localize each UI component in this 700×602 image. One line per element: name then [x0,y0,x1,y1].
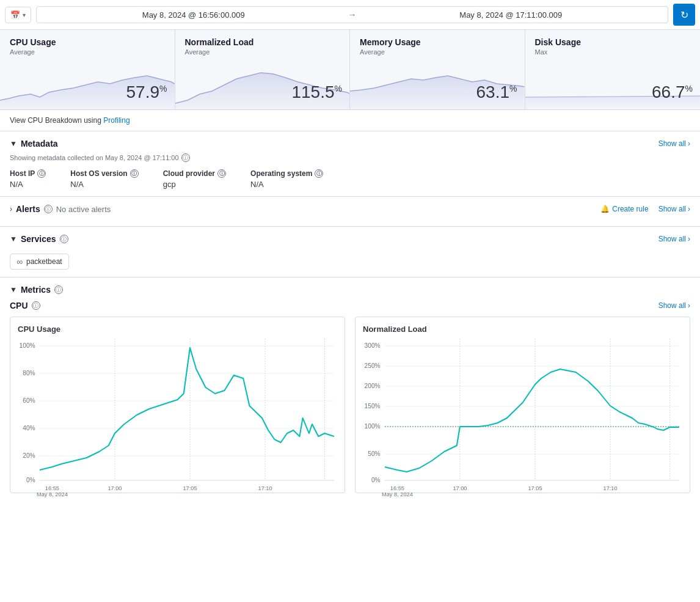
metric-cards: CPU Usage Average 57.9% Normalized Load … [0,30,700,110]
cpu-usage-title: CPU Usage [10,37,165,47]
calendar-button[interactable]: 📅 ▾ [5,7,31,23]
svg-text:16:55: 16:55 [390,485,404,491]
services-title: Services [21,234,56,244]
create-rule-button[interactable]: 🔔 Create rule [600,205,648,213]
profiling-link[interactable]: Profiling [103,116,129,125]
memory-usage-card: Memory Usage Average 63.1% [350,30,525,109]
alerts-title: Alerts [16,204,40,214]
memory-usage-value: 63.1% [476,83,517,102]
svg-text:0%: 0% [371,477,381,483]
metadata-field-host-ip: Host IP ⓘ N/A [10,169,46,189]
svg-text:100%: 100% [20,342,35,349]
svg-text:17:10: 17:10 [258,485,272,491]
alerts-title-group: › Alerts ⓘ No active alerts [10,204,111,214]
svg-text:17:10: 17:10 [603,485,618,491]
services-show-all-arrow-icon: › [688,235,690,243]
normalized-load-chart-title: Normalized Load [363,325,682,334]
alerts-header: › Alerts ⓘ No active alerts 🔔 Create rul… [10,204,690,214]
metadata-field-os: Operating system ⓘ N/A [250,169,323,189]
time-start: May 8, 2024 @ 16:56:00.009 [44,10,343,20]
metadata-title: Metadata [21,139,58,149]
cpu-show-all[interactable]: Show all › [658,301,690,310]
cpu-usage-subtitle: Average [10,48,165,56]
profiling-text: View CPU Breakdown using [10,116,101,125]
svg-text:50%: 50% [368,450,380,457]
time-end: May 8, 2024 @ 17:11:00.009 [362,10,661,20]
alerts-show-all-arrow-icon: › [688,205,690,213]
disk-usage-subtitle: Max [535,48,691,56]
svg-text:17:05: 17:05 [183,485,197,491]
svg-text:300%: 300% [365,342,381,349]
cpu-usage-chart-area: 100% 80% 60% 40% 20% 0% [18,339,337,485]
cloud-provider-info-icon[interactable]: ⓘ [217,169,226,178]
alerts-show-all[interactable]: Show all › [658,205,690,213]
no-alerts-text: No active alerts [56,205,111,214]
metadata-note: Showing metadata collected on May 8, 202… [10,153,690,162]
services-section: ▼ Services ⓘ Show all › ∞ packetbeat [0,227,700,277]
metrics-title: Metrics [21,285,51,295]
svg-text:40%: 40% [23,425,35,431]
metrics-section: ▼ Metrics ⓘ CPU ⓘ Show all › CPU Usage 1… [0,277,700,501]
os-info-icon[interactable]: ⓘ [315,169,323,178]
metadata-header: ▼ Metadata Show all › [10,139,690,149]
arrow-icon: → [348,10,357,20]
normalized-load-subtitle: Average [185,48,340,56]
host-ip-info-icon[interactable]: ⓘ [37,169,46,178]
svg-text:17:00: 17:00 [108,485,122,491]
memory-usage-subtitle: Average [360,48,515,56]
cpu-header: CPU ⓘ Show all › [10,301,690,310]
cpu-title: CPU [10,301,28,310]
svg-text:0%: 0% [26,477,35,483]
time-range-container[interactable]: May 8, 2024 @ 16:56:00.009 → May 8, 2024… [36,6,668,23]
normalized-load-card: Normalized Load Average 115.5% [175,30,351,109]
metadata-collapse-icon[interactable]: ▼ [10,139,17,148]
disk-usage-value: 66.7% [652,83,693,102]
svg-text:May 8, 2024: May 8, 2024 [382,491,413,497]
metadata-title-group: ▼ Metadata [10,139,58,149]
charts-grid: CPU Usage 100% 80% 60% 40% 20% 0% [10,317,690,493]
svg-text:16:55: 16:55 [45,485,59,491]
refresh-icon: ↻ [680,9,688,21]
metadata-show-all[interactable]: Show all › [658,139,690,148]
metrics-header: ▼ Metrics ⓘ [10,285,690,295]
cpu-title-group: CPU ⓘ [10,301,40,310]
svg-text:17:05: 17:05 [528,485,542,491]
cpu-usage-chart-title: CPU Usage [18,325,337,334]
services-header: ▼ Services ⓘ Show all › [10,234,690,244]
services-show-all[interactable]: Show all › [658,235,690,243]
metadata-field-cloud-provider: Cloud provider ⓘ gcp [163,169,226,189]
metrics-title-group: ▼ Metrics ⓘ [10,285,63,295]
metrics-info-icon[interactable]: ⓘ [54,285,63,294]
infinity-icon: ∞ [16,257,23,266]
host-os-info-icon[interactable]: ⓘ [130,169,139,178]
cpu-usage-chart: CPU Usage 100% 80% 60% 40% 20% 0% [10,317,345,493]
services-info-icon[interactable]: ⓘ [60,235,68,243]
svg-text:100%: 100% [365,423,381,430]
disk-usage-card: Disk Usage Max 66.7% [525,30,701,109]
svg-text:20%: 20% [23,452,35,459]
service-tag-packetbeat[interactable]: ∞ packetbeat [10,254,69,270]
refresh-button[interactable]: ↻ [673,4,695,26]
alerts-info-icon[interactable]: ⓘ [44,205,53,213]
calendar-icon: 📅 [10,10,20,20]
normalized-load-chart: Normalized Load 300% 250% 200% 150% 100%… [355,317,690,493]
bell-icon: 🔔 [600,205,610,213]
cpu-usage-card: CPU Usage Average 57.9% [0,30,175,109]
header-bar: 📅 ▾ May 8, 2024 @ 16:56:00.009 → May 8, … [0,0,700,30]
cpu-info-icon[interactable]: ⓘ [32,301,40,310]
show-all-arrow-icon: › [688,139,690,148]
services-collapse-icon[interactable]: ▼ [10,235,17,243]
os-value: N/A [250,180,323,189]
svg-text:17:00: 17:00 [453,485,467,491]
svg-text:200%: 200% [365,383,381,389]
cpu-show-all-arrow-icon: › [688,301,690,310]
metadata-section: ▼ Metadata Show all › Showing metadata c… [0,131,700,197]
host-os-value: N/A [70,180,138,189]
alerts-collapse-icon[interactable]: › [10,205,12,213]
metrics-collapse-icon[interactable]: ▼ [10,285,17,294]
memory-usage-title: Memory Usage [360,37,515,47]
metadata-fields: Host IP ⓘ N/A Host OS version ⓘ N/A Clou… [10,169,690,189]
metadata-note-info-icon[interactable]: ⓘ [181,153,190,162]
svg-text:60%: 60% [23,397,35,404]
svg-text:May 8, 2024: May 8, 2024 [37,491,68,497]
